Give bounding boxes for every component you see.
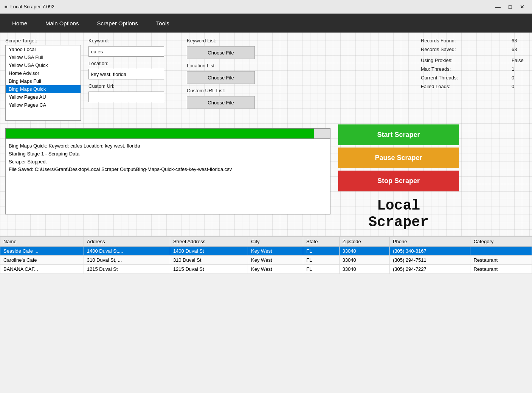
keyword-list-label: Keyword List: (187, 38, 262, 43)
custom-url-input[interactable] (88, 92, 164, 102)
main-content: Scrape Target: Yahoo LocalYellow USA Ful… (0, 33, 532, 236)
start-scraper-button[interactable]: Start Scraper (338, 124, 459, 145)
target-list-item[interactable]: Yellow USA Quick (6, 61, 81, 69)
table-section: NameAddressStreet AddressCityStateZipCod… (0, 236, 532, 274)
app-icon: ≡ (5, 4, 8, 9)
target-list-item[interactable]: Home Advisor (6, 69, 81, 77)
progress-container (5, 128, 330, 139)
table-cell: (305) 294-7227 (389, 265, 470, 274)
log-progress-area (5, 124, 330, 230)
stop-scraper-button[interactable]: Stop Scraper (338, 171, 459, 191)
table-cell: 310 Duval St, ... (84, 256, 170, 265)
custom-url-list-choose-button[interactable]: Choose File (187, 96, 255, 109)
current-threads-label: Current Threads: (421, 75, 458, 81)
menu-tools[interactable]: Tools (148, 17, 178, 30)
table-header-cell: City (248, 237, 303, 247)
menu-home[interactable]: Home (4, 17, 36, 30)
table-header-cell: Phone (389, 237, 470, 247)
current-threads-value: 0 (512, 75, 527, 81)
table-header-cell: Name (0, 237, 84, 247)
logo-line1: Local (338, 197, 459, 214)
custom-url-row: Custom Url: (88, 83, 179, 102)
table-cell: Restaurant (470, 256, 532, 265)
table-cell: BANANA CAF... (0, 265, 84, 274)
logo-line2: Scraper (338, 214, 459, 231)
target-list-item[interactable]: Yahoo Local (6, 45, 81, 53)
table-header-cell: Category (470, 237, 532, 247)
table-cell: Key West (248, 265, 303, 274)
custom-url-label: Custom Url: (88, 83, 179, 89)
keyword-list-row: Keyword List: Choose File (187, 38, 262, 59)
records-found-value: 63 (512, 38, 527, 43)
table-cell: 1400 Duval St (170, 247, 248, 256)
table-cell (470, 247, 532, 256)
log-textarea[interactable] (5, 139, 330, 214)
location-row: Location: (88, 61, 179, 79)
menu-scraper-options[interactable]: Scraper Options (88, 17, 146, 30)
table-cell: Key West (248, 247, 303, 256)
bottom-section: Start Scraper Pause Scraper Stop Scraper… (5, 124, 527, 230)
table-header-cell: State (303, 237, 339, 247)
logo: Local Scraper (338, 197, 459, 230)
close-button[interactable]: ✕ (517, 2, 527, 11)
location-input[interactable] (88, 69, 164, 79)
table-cell: (305) 340-8167 (389, 247, 470, 256)
table-header-cell: Address (84, 237, 170, 247)
titlebar: ≡ Local Scraper 7.092 — □ ✕ (0, 0, 532, 14)
table-cell: Restaurant (470, 265, 532, 274)
table-cell: 1215 Duval St (84, 265, 170, 274)
table-cell: FL (303, 247, 339, 256)
table-cell: 1215 Duval St (170, 265, 248, 274)
stats-section: Records Found: 63 Records Saved: 63 Usin… (421, 38, 527, 121)
scrape-target-list[interactable]: Yahoo LocalYellow USA FullYellow USA Qui… (5, 45, 81, 121)
table-cell: 310 Duval St (170, 256, 248, 265)
location-label: Location: (88, 61, 179, 66)
right-panel: Start Scraper Pause Scraper Stop Scraper… (338, 124, 459, 230)
failed-loads-label: Failed Loads: (421, 84, 450, 89)
table-row[interactable]: BANANA CAF...1215 Duval St1215 Duval StK… (0, 265, 532, 274)
location-list-label: Location List: (187, 63, 262, 68)
records-saved-value: 63 (512, 47, 527, 52)
custom-url-list-row: Custom URL List: Choose File (187, 88, 262, 109)
records-found-label: Records Found: (421, 38, 456, 43)
location-list-choose-button[interactable]: Choose File (187, 71, 255, 84)
table-cell: (305) 294-7511 (389, 256, 470, 265)
progress-bar (6, 129, 314, 138)
max-threads-label: Max Threads: (421, 66, 451, 72)
table-cell: Seaside Cafe ... (0, 247, 84, 256)
menubar: Home Main Options Scraper Options Tools (0, 14, 532, 33)
table-cell: FL (303, 256, 339, 265)
max-threads-value: 1 (512, 66, 527, 72)
keyword-label: Keyword: (88, 38, 179, 43)
minimize-button[interactable]: — (493, 2, 503, 11)
table-cell: 33040 (339, 247, 389, 256)
scrape-target-section: Scrape Target: Yahoo LocalYellow USA Ful… (5, 38, 81, 121)
custom-url-list-label: Custom URL List: (187, 88, 262, 93)
table-cell: 1400 Duval St,... (84, 247, 170, 256)
keyword-input[interactable] (88, 46, 164, 57)
table-cell: Caroline's Cafe (0, 256, 84, 265)
records-saved-label: Records Saved: (421, 47, 456, 52)
menu-main-options[interactable]: Main Options (37, 17, 87, 30)
fields-section: Keyword: Location: Custom Url: (88, 38, 179, 121)
table-cell: FL (303, 265, 339, 274)
keyword-row: Keyword: (88, 38, 179, 57)
target-list-item[interactable]: Yellow Pages AU (6, 93, 81, 101)
maximize-button[interactable]: □ (505, 2, 515, 11)
scrape-target-label: Scrape Target: (5, 38, 81, 43)
table-row[interactable]: Seaside Cafe ...1400 Duval St,...1400 Du… (0, 247, 532, 256)
target-list-item[interactable]: Yellow Pages CA (6, 101, 81, 109)
app-title: Local Scraper 7.092 (11, 4, 54, 9)
data-table: NameAddressStreet AddressCityStateZipCod… (0, 236, 532, 274)
table-header-cell: ZipCode (339, 237, 389, 247)
failed-loads-value: 0 (512, 84, 527, 89)
target-list-item[interactable]: Yellow USA Full (6, 53, 81, 61)
table-cell: 33040 (339, 265, 389, 274)
target-list-item[interactable]: Bing Maps Quick (6, 85, 81, 93)
table-row[interactable]: Caroline's Cafe310 Duval St, ...310 Duva… (0, 256, 532, 265)
table-header-cell: Street Address (170, 237, 248, 247)
target-list-item[interactable]: Bing Maps Full (6, 77, 81, 85)
pause-scraper-button[interactable]: Pause Scraper (338, 148, 459, 168)
keyword-list-choose-button[interactable]: Choose File (187, 46, 255, 59)
location-list-row: Location List: Choose File (187, 63, 262, 84)
